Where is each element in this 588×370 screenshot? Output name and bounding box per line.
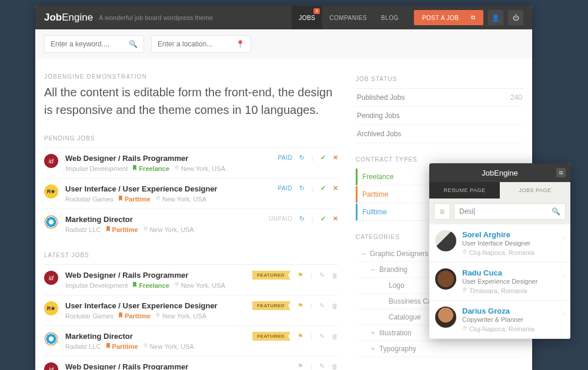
paid-label: PAID [278, 154, 293, 161]
topbar: JobEngine A wonderful job board wordpres… [35, 6, 532, 29]
pin-icon [174, 164, 179, 172]
nav-badge: 3 [313, 8, 320, 14]
status-count: 240 [510, 93, 522, 102]
category-item[interactable]: +Typography [356, 341, 523, 357]
job-row[interactable]: id Web Designer / Rails Programmer Impul… [44, 264, 338, 295]
job-actions: PAID ↻ | ✓ ✕ [278, 154, 338, 162]
job-row[interactable]: R★ User Interface / User Experience Desi… [44, 178, 338, 208]
job-actions: FEATURED⚑ | ✎ 🗑 [252, 271, 338, 280]
location-input[interactable] [158, 40, 234, 48]
pin-icon [143, 342, 148, 350]
approve-icon[interactable]: ✓ [320, 184, 326, 192]
company-name: Radiatz LLC [65, 343, 101, 350]
chevron-right-icon: › [562, 310, 564, 317]
trash-icon[interactable]: 🗑 [332, 333, 338, 340]
pending-jobs-list: id Web Designer / Rails Programmer Impul… [44, 147, 338, 239]
avatar [435, 230, 456, 251]
edit-icon[interactable]: ✎ [319, 362, 325, 370]
mobile-menu-button[interactable]: ≣ [434, 203, 450, 220]
nav-blog[interactable]: BLOG [374, 6, 406, 29]
approve-icon[interactable]: ✓ [320, 215, 326, 223]
job-location: New York, USA [174, 164, 225, 172]
expand-icon: + [370, 345, 376, 353]
location-search[interactable]: 📍 [151, 35, 251, 53]
category-label: Branding [379, 265, 407, 274]
person-name: Sorel Arghire [462, 230, 534, 239]
search-icon: 🔍 [552, 207, 560, 216]
status-row[interactable]: Pending Jobs [356, 107, 523, 125]
mobile-titlebar: JobEngine ⧉ [429, 163, 570, 182]
status-label: Archived Jobs [357, 130, 401, 138]
keyword-input[interactable] [51, 40, 127, 48]
tab-resume[interactable]: RESUME PAGE [429, 182, 500, 199]
flag-icon[interactable]: ⚑ [298, 271, 303, 279]
status-row[interactable]: Archived Jobs [356, 125, 523, 143]
pin-icon [174, 281, 179, 289]
popout-icon[interactable]: ⧉ [556, 168, 566, 177]
chevron-right-icon: › [562, 234, 564, 241]
company-logo [44, 332, 58, 346]
approve-icon[interactable]: ✓ [320, 154, 326, 162]
pending-jobs-title: PENDING JOBS [44, 135, 338, 142]
category-label: Logo [389, 281, 405, 290]
trash-icon[interactable]: 🗑 [332, 302, 338, 310]
job-row[interactable]: id Web Designer / Rails Programmer Impul… [44, 147, 338, 178]
trash-icon[interactable]: 🗑 [332, 363, 338, 370]
person-row[interactable]: Sorel Arghire User Interface Designer Cl… [429, 224, 570, 263]
reject-icon[interactable]: ✕ [333, 154, 338, 162]
user-button[interactable]: 👤 [488, 10, 503, 25]
person-role: Copywriter & Planner [462, 316, 534, 323]
keyword-search[interactable]: 🔍 [44, 35, 144, 53]
person-location: Timisoara, Romania [462, 287, 537, 294]
nav-companies[interactable]: COMPANIES [322, 6, 374, 29]
job-actions: PAID ↻ | ✓ ✕ [278, 184, 338, 192]
company-logo [44, 215, 58, 229]
company-name: Impulse Development [65, 282, 128, 289]
brand: JobEngine [44, 12, 93, 23]
ribbon-icon [106, 343, 111, 350]
company-name: Radiatz LLC [65, 226, 101, 233]
contract-types-title: CONTRACT TYPES [356, 156, 523, 163]
edit-icon[interactable]: ✎ [319, 332, 325, 340]
job-row[interactable]: R★ User Interface / User Experience Desi… [44, 295, 338, 325]
flag-icon[interactable]: ⚑ [298, 302, 303, 310]
person-row[interactable]: Darius Groza Copywriter & Planner Cluj-N… [429, 301, 570, 339]
refresh-icon[interactable]: ↻ [299, 215, 305, 223]
company-name: Rockstar Games [65, 312, 113, 319]
status-row[interactable]: Published Jobs240 [356, 89, 523, 107]
tab-jobs[interactable]: JOBS PAGE [500, 182, 570, 199]
refresh-icon[interactable]: ↻ [299, 154, 305, 162]
mobile-search-row: ≣ Desi 🔍 [429, 199, 570, 224]
nav-jobs[interactable]: JOBS3 [292, 6, 322, 29]
contract-tag: Freelance [132, 282, 169, 289]
primary-nav: JOBS3 COMPANIES BLOG POST A JOB⧉ 👤 ⏻ [292, 6, 523, 29]
edit-icon[interactable]: ✎ [319, 302, 325, 310]
flag-icon[interactable]: ⚑ [298, 332, 303, 340]
job-row[interactable]: Marketing Director Radiatz LLC Parttime … [44, 325, 338, 356]
search-bar: 🔍 📍 [35, 29, 532, 59]
expand-icon: + [370, 329, 376, 337]
contract-tag: Parttime [118, 196, 151, 203]
contract-tag: Freelance [132, 165, 169, 172]
svg-point-4 [158, 314, 159, 315]
demo-headline: All the content is editable form the fro… [44, 83, 338, 119]
post-job-button[interactable]: POST A JOB⧉ [414, 10, 483, 25]
power-button[interactable]: ⏻ [508, 10, 523, 25]
edit-icon[interactable]: ✎ [319, 271, 325, 279]
mobile-search[interactable]: Desi 🔍 [454, 203, 566, 220]
featured-badge: FEATURED [252, 332, 290, 341]
refresh-icon[interactable]: ↻ [299, 184, 305, 192]
pin-icon [155, 312, 161, 319]
person-row[interactable]: Radu Cuca User Experience Designer Timis… [429, 263, 570, 301]
company-logo: id [44, 154, 58, 168]
pin-icon [462, 248, 467, 256]
tagline: A wonderful job board wordpress theme [99, 14, 213, 21]
reject-icon[interactable]: ✕ [333, 184, 338, 192]
reject-icon[interactable]: ✕ [333, 215, 338, 223]
job-row[interactable]: Marketing Director Radiatz LLC Parttime … [44, 208, 338, 239]
person-name: Darius Groza [462, 307, 534, 315]
flag-icon[interactable]: ⚑ [298, 362, 303, 370]
job-row[interactable]: id Web Designer / Rails Programmer Impul… [44, 356, 338, 370]
trash-icon[interactable]: 🗑 [332, 272, 338, 279]
status-label: Pending Jobs [357, 112, 400, 120]
